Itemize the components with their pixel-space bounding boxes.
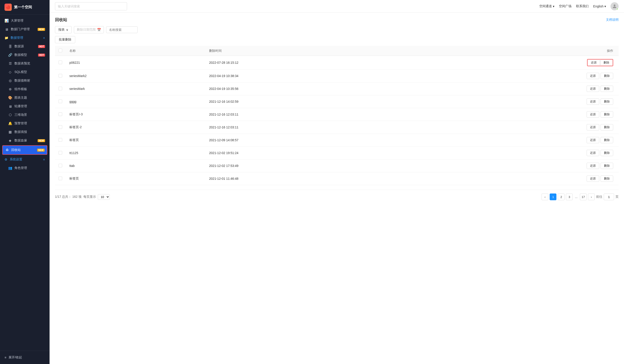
restore-button[interactable]: 还原 [587, 163, 599, 169]
restore-button[interactable]: 还原 [587, 124, 599, 130]
delete-button[interactable]: 删除 [600, 59, 613, 66]
per-page-label: 每页显示 [83, 195, 96, 199]
new-badge: NEW [38, 139, 45, 142]
restore-button[interactable]: 还原 [587, 99, 599, 105]
mapping-icon: ◎ [8, 78, 12, 83]
expand-collapse-btn[interactable]: ≡ 展开/收起 [0, 353, 50, 362]
table-header-row: 名称 删除时间 操作 [55, 46, 619, 56]
lang-selector[interactable]: English ▾ [593, 4, 606, 8]
datasource-icon: 🗄 [8, 45, 12, 49]
space-channel-label: 空间通道 [539, 4, 552, 8]
page-size-select[interactable]: 10 20 50 [98, 194, 110, 200]
jump-input[interactable] [604, 193, 614, 200]
type-filter-label: 报表 [58, 28, 65, 32]
expand-label: 展开/收起 [9, 355, 22, 360]
delete-button[interactable]: 删除 [600, 137, 613, 143]
row-checkbox[interactable] [59, 100, 62, 103]
next-page-button[interactable]: › [588, 193, 595, 200]
sidebar-item-recycle[interactable]: ♻ 回收站 NEW [2, 145, 47, 155]
sidebar-logo[interactable]: 🔴 第一个空间 [0, 0, 50, 15]
row-checkbox[interactable] [59, 74, 62, 78]
delete-button[interactable]: 删除 [600, 124, 613, 130]
row-checkbox[interactable] [59, 177, 62, 180]
row-checkbox[interactable] [59, 87, 62, 90]
chart-icon: 🎨 [8, 96, 12, 100]
hot-badge: HOT [38, 45, 45, 48]
sidebar-item-chart-theme[interactable]: 🎨 图表主题 [0, 94, 50, 102]
row-name: seriesMark2 [66, 70, 206, 82]
date-filter[interactable]: 删除日期范围 📅 [74, 26, 104, 33]
delete-button[interactable]: 删除 [600, 86, 613, 92]
sidebar-item-alert[interactable]: 🔔 预警管理 [0, 119, 50, 128]
data-portal-icon: 🖥 [4, 27, 9, 31]
date-placeholder: 删除日期范围 [77, 28, 96, 32]
row-checkbox[interactable] [59, 61, 62, 64]
delete-button[interactable]: 删除 [600, 111, 613, 118]
restore-button[interactable]: 还原 [587, 137, 599, 143]
row-checkbox[interactable] [59, 125, 62, 129]
sidebar-item-data-fill[interactable]: ▦ 数据填报 [0, 128, 50, 136]
space-plaza-btn[interactable]: 空间广场 [559, 4, 572, 8]
row-checkbox[interactable] [59, 138, 62, 142]
sidebar-item-3d-scene[interactable]: ⬡ 三维场景 [0, 111, 50, 119]
contact-btn[interactable]: 联系我们 [576, 4, 589, 8]
jump-label-after: 页 [615, 195, 619, 199]
name-search-input[interactable] [106, 26, 138, 33]
restore-button[interactable]: 还原 [587, 176, 599, 182]
data-mgmt-icon: 📁 [4, 36, 8, 40]
doc-link[interactable]: 文档说明 [606, 18, 619, 22]
sidebar-item-component-tpl[interactable]: ⊛ 组件模板 [0, 85, 50, 94]
row-checkbox[interactable] [59, 164, 62, 167]
table-row: 标签页-22021-12-16 12:03:11还原删除 [55, 121, 619, 134]
page-1-button[interactable]: 1 [550, 193, 556, 200]
sidebar-item-data-model[interactable]: 🔗 数据模型 HOT [0, 51, 50, 59]
restore-button[interactable]: 还原 [587, 150, 599, 156]
row-checkbox[interactable] [59, 151, 62, 155]
sql-icon: ◇ [8, 70, 12, 74]
row-name: tt1125 [66, 147, 206, 159]
sidebar-item-datasource[interactable]: 🗄 数据源 HOT [0, 42, 50, 51]
last-page-button[interactable]: 17 [580, 193, 587, 200]
row-name: p06221 [66, 56, 206, 70]
sidebar-item-label: 数据模型 [14, 53, 27, 57]
sidebar-item-label: 预警管理 [14, 121, 27, 126]
restore-button[interactable]: 还原 [587, 73, 599, 79]
data-model-icon: 🔗 [8, 53, 12, 57]
page-3-button[interactable]: 3 [566, 193, 573, 200]
space-channel-btn[interactable]: 空间通道 ▾ [539, 4, 554, 8]
sidebar-item-data-preview[interactable]: ☰ 数据表预览 [0, 59, 50, 68]
sidebar-item-label: 组件模板 [14, 87, 27, 91]
carousel-icon: 🖥 [8, 104, 12, 108]
sidebar-item-sql-model[interactable]: ◇ SQL模型 [0, 68, 50, 76]
prev-page-button[interactable]: ‹ [542, 193, 548, 200]
row-checkbox[interactable] [59, 112, 62, 116]
table-row: 标签页2021-12-09 14:08:57还原删除 [55, 134, 619, 147]
delete-button[interactable]: 删除 [600, 73, 613, 79]
page-2-button[interactable]: 2 [558, 193, 565, 200]
sidebar-item-role-mgmt[interactable]: 👥 角色管理 [0, 164, 50, 172]
delete-button[interactable]: 删除 [600, 150, 613, 156]
restore-button[interactable]: 还原 [587, 86, 599, 92]
filters: 报表 ∨ 删除日期范围 📅 [55, 26, 619, 33]
sidebar-item-data-portal[interactable]: 🖥 数据门户管理 NEW [0, 25, 50, 34]
sidebar-item-data-mgmt[interactable]: 📁 数据管理 ∧ [0, 34, 50, 42]
sidebar-item-system[interactable]: ⚙ 系统设置 ∧ [0, 155, 50, 164]
search-input[interactable] [55, 2, 127, 10]
user-avatar[interactable] [610, 2, 619, 10]
type-filter-btn[interactable]: 报表 ∨ [55, 26, 72, 33]
select-all-checkbox[interactable] [59, 49, 62, 52]
delete-button[interactable]: 删除 [600, 176, 613, 182]
delete-button[interactable]: 删除 [600, 163, 613, 169]
sidebar-item-dashboard[interactable]: 📊 大屏管理 [0, 16, 50, 25]
table-row: p062212022-07-28 16:15:12还原删除 [55, 56, 619, 70]
pagination-controls: ‹ 1 2 3 ... 17 › [542, 193, 595, 200]
sidebar-item-label: 数据门户管理 [11, 27, 30, 31]
restore-button[interactable]: 还原 [587, 111, 599, 118]
sidebar-item-data-mapping[interactable]: ◎ 数据值映射 [0, 76, 50, 85]
sidebar-item-lineage[interactable]: ◈ 数据血缘 NEW [0, 136, 50, 145]
delete-button[interactable]: 删除 [600, 99, 613, 105]
restore-button[interactable]: 还原 [588, 59, 600, 66]
row-name: 标签页 [66, 172, 206, 185]
batch-delete-button[interactable]: 批量删除 [55, 36, 75, 43]
sidebar-item-carousel[interactable]: 🖥 轮播管理 [0, 102, 50, 111]
